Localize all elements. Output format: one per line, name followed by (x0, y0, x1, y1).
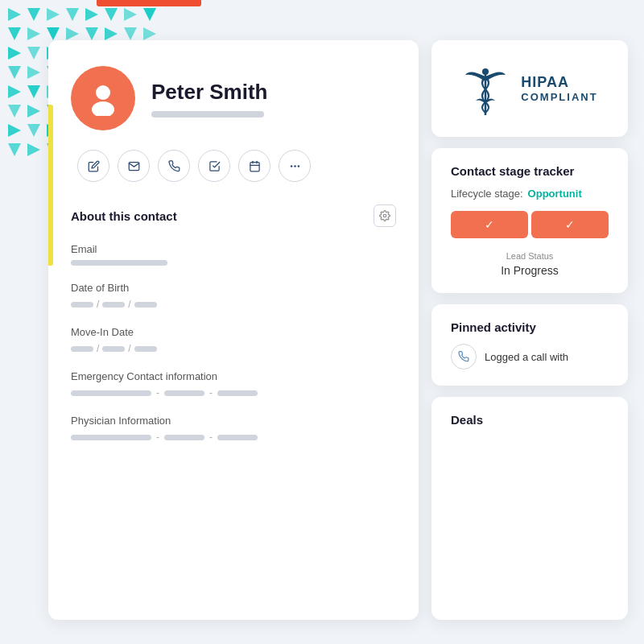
svg-marker-1 (27, 8, 40, 21)
svg-marker-11 (66, 27, 79, 40)
stage-progress: ✓ ✓ (451, 211, 609, 238)
edit-button[interactable] (77, 150, 109, 182)
svg-point-75 (482, 68, 489, 75)
lifecycle-label: Lifecycle stage: (451, 188, 523, 200)
emergency-label: Emergency Contact information (71, 370, 396, 382)
person-icon (85, 80, 121, 116)
check-icon-1: ✓ (485, 218, 494, 231)
svg-rect-66 (250, 162, 258, 171)
hipaa-logo: HIPAA COMPLIANT (461, 60, 597, 117)
svg-marker-13 (105, 27, 118, 40)
svg-marker-5 (105, 8, 118, 21)
stage-card-title: Contact stage tracker (451, 164, 609, 178)
lead-status-label: Lead Status (451, 251, 609, 261)
pinned-activity-card: Pinned activity Logged a call with (431, 304, 628, 386)
svg-marker-41 (27, 105, 40, 118)
svg-marker-57 (27, 143, 40, 156)
main-container: Peter Smith (48, 40, 628, 620)
svg-marker-16 (8, 47, 21, 60)
email-value-bar (71, 260, 167, 266)
caduceus-icon (461, 60, 510, 117)
email-button[interactable] (118, 150, 150, 182)
about-title: About this contact (71, 209, 177, 223)
svg-point-73 (383, 214, 386, 217)
physician-field-group: Physician Information - - (71, 415, 396, 443)
pinned-activity-text: Logged a call with (485, 351, 568, 363)
svg-marker-40 (8, 105, 21, 118)
hipaa-card: HIPAA COMPLIANT (431, 40, 628, 137)
pinned-activity-title: Pinned activity (451, 320, 609, 334)
email-field-group: Email (71, 243, 396, 266)
avatar (71, 66, 135, 130)
stage-card: Contact stage tracker Lifecycle stage: O… (431, 148, 628, 293)
svg-marker-56 (8, 143, 21, 156)
dob-value: / / (71, 299, 396, 310)
svg-marker-7 (143, 8, 156, 21)
svg-marker-48 (8, 124, 21, 137)
svg-point-70 (290, 165, 292, 167)
lead-status-section: Lead Status In Progress (451, 251, 609, 277)
svg-marker-25 (27, 66, 40, 79)
more-button[interactable] (279, 150, 311, 182)
svg-marker-12 (85, 27, 98, 40)
hipaa-title: HIPAA (521, 74, 597, 91)
stage-step-2: ✓ (531, 211, 609, 238)
action-icons-row (71, 150, 396, 182)
svg-marker-9 (27, 27, 40, 40)
contact-name: Peter Smith (151, 80, 268, 105)
hipaa-subtitle: COMPLIANT (521, 91, 597, 103)
svg-marker-32 (8, 85, 21, 98)
phone-activity-icon (451, 344, 477, 369)
movein-field-group: Move-In Date / / (71, 326, 396, 354)
contact-card: Peter Smith (48, 40, 419, 620)
hipaa-text: HIPAA COMPLIANT (521, 74, 597, 103)
settings-button[interactable] (374, 204, 396, 227)
stage-step-1: ✓ (451, 211, 528, 238)
deals-title: Deals (451, 413, 609, 427)
svg-marker-14 (124, 27, 137, 40)
emergency-value: - - (71, 387, 396, 398)
movein-value: / / (71, 343, 396, 354)
svg-marker-49 (27, 124, 40, 137)
svg-marker-6 (124, 8, 137, 21)
svg-marker-10 (47, 27, 60, 40)
svg-marker-8 (8, 27, 21, 40)
lead-status-value: In Progress (451, 264, 609, 277)
svg-point-64 (96, 85, 110, 100)
movein-label: Move-In Date (71, 326, 396, 338)
svg-marker-3 (66, 8, 79, 21)
physician-label: Physician Information (71, 415, 396, 427)
top-accent-bar (97, 0, 201, 6)
svg-marker-15 (143, 27, 156, 40)
svg-point-65 (92, 101, 114, 116)
deals-card: Deals (431, 397, 628, 620)
lifecycle-value: Opportunit (528, 188, 582, 200)
lifecycle-row: Lifecycle stage: Opportunit (451, 188, 609, 200)
check-icon-2: ✓ (565, 218, 575, 231)
svg-marker-0 (8, 8, 21, 21)
dob-label: Date of Birth (71, 282, 396, 294)
profile-info: Peter Smith (151, 80, 268, 118)
dob-field-group: Date of Birth / / (71, 282, 396, 310)
svg-point-71 (294, 165, 296, 167)
pinned-activity-row: Logged a call with (451, 344, 609, 369)
svg-marker-24 (8, 66, 21, 79)
emergency-field-group: Emergency Contact information - - (71, 370, 396, 398)
physician-value: - - (71, 431, 396, 443)
phone-button[interactable] (158, 150, 190, 182)
profile-subtitle-bar (151, 111, 264, 118)
svg-marker-4 (85, 8, 98, 21)
calendar-button[interactable] (238, 150, 270, 182)
right-panel: HIPAA COMPLIANT Contact stage tracker Li… (431, 40, 628, 620)
profile-section: Peter Smith (71, 66, 396, 130)
task-button[interactable] (198, 150, 230, 182)
svg-marker-17 (27, 47, 40, 60)
svg-point-72 (297, 165, 299, 167)
svg-marker-2 (47, 8, 60, 21)
about-section-header: About this contact (71, 204, 396, 227)
email-label: Email (71, 243, 396, 255)
svg-marker-33 (27, 85, 40, 98)
